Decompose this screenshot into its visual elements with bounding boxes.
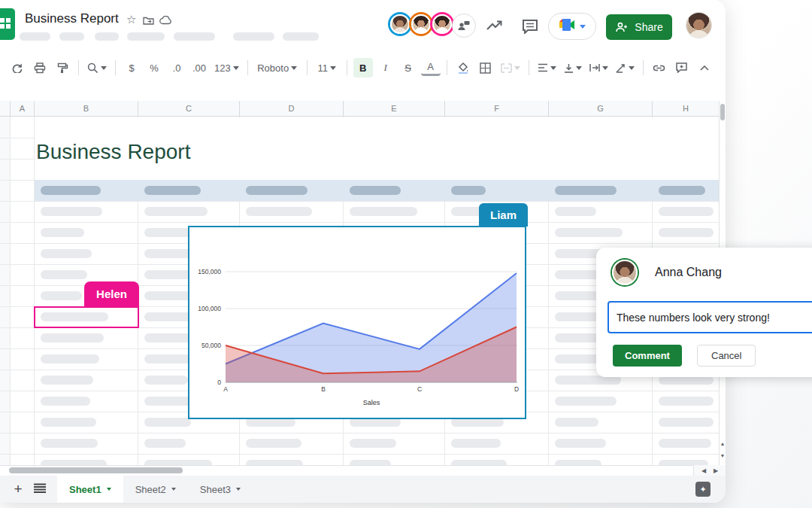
text-rotation-icon[interactable] (614, 58, 637, 78)
insert-comment-icon[interactable] (672, 58, 692, 78)
vertical-align-icon[interactable] (562, 58, 584, 78)
cell-placeholder (144, 376, 188, 385)
column-header-E[interactable]: E (344, 101, 445, 117)
share-button[interactable]: Share (606, 14, 672, 40)
document-title[interactable]: Business Report (25, 11, 119, 26)
embedded-area-chart[interactable]: 050,000100,000150,000ABCDSales (188, 226, 526, 419)
currency-format-button[interactable]: $ (122, 58, 141, 78)
sheet-tab-sheet1[interactable]: Sheet1 (57, 476, 123, 503)
cell-placeholder (350, 439, 396, 448)
redo-icon[interactable] (8, 58, 27, 78)
move-to-folder-icon[interactable] (143, 14, 154, 27)
band-pill (659, 186, 705, 195)
percent-format-button[interactable]: % (144, 58, 164, 78)
menu-placeholder (174, 32, 215, 41)
helen-selected-cell[interactable] (34, 306, 139, 328)
comment-cancel-button[interactable]: Cancel (697, 345, 756, 367)
band-pill (350, 186, 401, 195)
comments-icon[interactable] (522, 19, 538, 37)
zoom-icon[interactable] (85, 58, 109, 78)
sheet-title-cell[interactable]: Business Report (36, 140, 190, 164)
explore-button[interactable]: ✦ (695, 482, 710, 497)
tab-dropdown-arrow[interactable] (171, 488, 176, 491)
grid-corner-cell[interactable] (0, 101, 11, 117)
menu-placeholder (20, 32, 50, 41)
paint-format-icon[interactable] (53, 58, 72, 78)
fill-color-icon[interactable] (453, 58, 473, 78)
scroll-left-icon[interactable]: ◀ (701, 467, 706, 474)
add-sheet-button[interactable]: + (9, 481, 27, 497)
merge-cells-icon[interactable] (498, 58, 523, 78)
svg-text:A: A (223, 385, 228, 393)
column-header-B[interactable]: B (35, 101, 138, 117)
svg-text:150,000: 150,000 (198, 268, 221, 275)
horizontal-align-icon[interactable] (535, 58, 559, 78)
svg-text:D: D (514, 385, 519, 393)
share-people-icon (615, 22, 629, 32)
font-size-select[interactable]: 11 (314, 58, 341, 78)
band-pill (144, 186, 201, 195)
collaborator-avatar-2[interactable] (411, 14, 431, 34)
meet-dropdown-arrow[interactable] (580, 25, 586, 29)
scroll-right-icon[interactable]: ▶ (714, 467, 718, 474)
column-header-F[interactable]: F (445, 101, 549, 117)
print-icon[interactable] (30, 58, 50, 78)
cell-placeholder (144, 418, 191, 427)
increase-decimals-button[interactable]: .00 (189, 58, 209, 78)
cell-placeholder (41, 249, 92, 258)
cell-placeholder (555, 397, 617, 406)
sheet-tab-sheet3[interactable]: Sheet3 (188, 476, 253, 503)
google-meet-icon (559, 18, 575, 35)
decrease-decimals-button[interactable]: .0 (167, 58, 186, 78)
scroll-down-icon[interactable]: ▼ (720, 453, 726, 458)
number-format-button[interactable]: 123 (212, 58, 241, 78)
band-pill (451, 186, 486, 195)
cell-placeholder (246, 207, 312, 216)
collaborator-avatar-1[interactable] (390, 14, 410, 34)
cell-placeholder (246, 439, 301, 448)
table-header-band (35, 180, 720, 201)
text-color-button[interactable]: A (421, 59, 441, 76)
band-pill (555, 186, 617, 195)
cell-placeholder (144, 207, 208, 216)
profile-avatar[interactable] (686, 13, 711, 38)
sheet-tab-sheet2[interactable]: Sheet2 (123, 476, 188, 503)
comment-submit-button[interactable]: Comment (613, 345, 682, 367)
horizontal-scroll-arrows[interactable]: ◀ ▶ (693, 465, 726, 476)
trending-up-icon[interactable] (486, 19, 504, 35)
svg-text:0: 0 (217, 379, 221, 386)
cell-placeholder (659, 397, 714, 406)
text-wrap-icon[interactable] (587, 58, 611, 78)
column-header-H[interactable]: H (653, 101, 720, 117)
cell-placeholder (41, 333, 104, 342)
cloud-status-icon[interactable] (159, 14, 172, 27)
tab-dropdown-arrow[interactable] (107, 488, 111, 491)
column-header-C[interactable]: C (138, 101, 240, 117)
horizontal-scrollbar-thumb[interactable] (9, 467, 183, 473)
meet-button[interactable] (548, 13, 596, 40)
all-sheets-menu-icon[interactable] (33, 482, 47, 496)
menu-placeholder (283, 32, 319, 41)
comment-text-input[interactable]: These numbers look very strong! (607, 301, 812, 333)
bold-button[interactable]: B (353, 58, 373, 78)
scroll-up-icon[interactable]: ▲ (720, 441, 726, 446)
cell-placeholder (41, 270, 87, 279)
star-icon[interactable]: ☆ (126, 13, 136, 26)
borders-icon[interactable] (476, 58, 495, 78)
collapse-toolbar-icon[interactable] (695, 58, 714, 78)
tab-dropdown-arrow[interactable] (236, 488, 241, 491)
svg-text:B: B (321, 385, 326, 393)
column-header-A[interactable]: A (11, 101, 35, 117)
sheets-logo-icon[interactable] (0, 8, 15, 40)
cell-placeholder (41, 228, 84, 237)
insert-link-icon[interactable] (650, 58, 669, 78)
font-family-select[interactable]: Roboto (254, 58, 301, 78)
column-header-D[interactable]: D (240, 101, 344, 117)
join-call-button[interactable] (452, 14, 476, 38)
column-header-G[interactable]: G (549, 101, 653, 117)
vertical-scrollbar-thumb[interactable] (720, 104, 725, 120)
cell-placeholder (659, 439, 711, 448)
collaborator-avatar-3[interactable] (432, 14, 452, 34)
strikethrough-button[interactable]: S (398, 58, 418, 78)
italic-button[interactable]: I (376, 58, 395, 78)
